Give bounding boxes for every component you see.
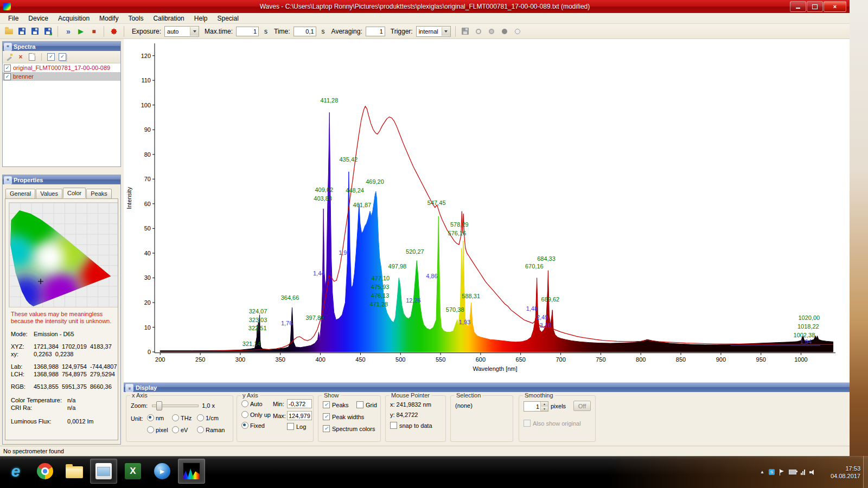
menu-item-special[interactable]: Special [212,14,243,23]
peak-label: 469,20 [366,178,384,185]
export-icon[interactable] [42,26,53,37]
property-row: xy:0,2263 0,2238 [11,350,118,358]
spin-up-icon[interactable]: ▲ [541,402,548,407]
zoom-slider[interactable] [152,401,199,409]
show-checkbox-spectrum-colors[interactable]: ✓Spectrum colors [323,425,377,432]
menu-item-modify[interactable]: Modify [94,14,123,23]
peak-label: 411,28 [320,97,338,104]
spin-down-icon[interactable]: ▼ [541,407,548,412]
title-bar[interactable]: Waves - C:\Users\Laptop Ronny\Pictures\p… [0,0,850,13]
save-as-icon[interactable] [29,26,40,37]
action-center-icon[interactable] [779,469,784,476]
unit-radio-pixel[interactable]: pixel [147,426,172,433]
tray-app-icon[interactable]: S [769,469,775,475]
spectrum-chart[interactable]: 2002503003504004505005506006507007508008… [124,39,850,382]
minimize-button[interactable] [790,1,806,12]
menu-item-tools[interactable]: Tools [123,14,148,23]
show-desktop-button[interactable] [863,456,868,488]
new-spectrum-icon[interactable] [28,53,36,61]
menu-item-file[interactable]: File [3,14,23,23]
show-checkbox-peaks[interactable]: ✓Peaks [323,401,356,408]
peak-label: 520,27 [406,248,424,255]
zoom-slider-thumb[interactable] [156,401,162,410]
spectrum-checkbox[interactable]: ✓ [4,73,11,80]
averaging-input[interactable] [366,27,385,36]
unit-radio-THz[interactable]: THz [172,414,197,421]
also-show-original-checkbox[interactable]: Also show original [524,420,581,427]
mouse-pointer-group-title: Mouse Pointer [390,392,431,399]
collapse-sidebar-icon[interactable]: « [4,43,12,51]
unit-radio-1cm[interactable]: 1/cm [197,414,222,421]
volume-icon[interactable] [809,470,816,475]
peak-label: 547,45 [427,200,446,206]
menu-item-calibration[interactable]: Calibration [148,14,189,23]
show-checkbox-grid[interactable]: Grid [356,401,377,408]
y-max-input[interactable] [287,411,312,420]
menu-item-device[interactable]: Device [23,14,53,23]
trigger-select[interactable]: internal [416,26,451,37]
svg-text:700: 700 [556,356,565,363]
smoothing-off-button[interactable]: Off [573,401,591,411]
save-icon[interactable] [16,26,27,37]
tab-general[interactable]: General [5,189,35,198]
smoothing-stepper[interactable]: ▲▼ [524,401,548,412]
taskbar-internet-explorer[interactable]: e [2,459,29,484]
y-mode-radio-fixed[interactable]: Fixed [241,422,271,429]
snap-to-data-checkbox[interactable]: snap to data [390,422,432,429]
tab-peaks[interactable]: Peaks [86,189,112,198]
check-all-icon[interactable]: ✓ [58,53,67,61]
spectrum-list-item[interactable]: ✓original_FLMT000781_17-00-00-089 [3,63,120,72]
dark-circle-icon[interactable] [499,26,510,37]
y-mode-radio-auto[interactable]: Auto [241,400,271,407]
menu-item-help[interactable]: Help [189,14,213,23]
tab-color[interactable]: Color [63,188,86,198]
taskbar-media-player[interactable]: ▶ [149,459,176,484]
smoothing-input[interactable] [524,402,540,411]
spectrum-checkbox[interactable]: ✓ [4,65,11,72]
unit-radio-Raman[interactable]: Raman [197,426,222,433]
svg-text:120: 120 [141,53,151,59]
taskbar-chrome[interactable] [31,459,59,484]
light-circle-icon[interactable] [512,26,523,37]
peak-label: 689,62 [541,296,560,303]
continuous-acquisition-icon[interactable]: » [62,26,73,37]
unit-radio-eV[interactable]: eV [172,426,197,433]
mouse-pointer-group: Mouse Pointer x: 241,9832 nm y: 84,2722 … [385,395,446,442]
dark-reference-icon[interactable] [473,26,484,37]
taskbar-explorer[interactable] [61,459,88,484]
process-icon[interactable] [5,53,14,61]
maximize-button[interactable] [807,1,823,12]
store-spectrum-icon[interactable] [460,26,471,37]
open-icon[interactable] [3,26,14,37]
show-checkbox-peak-widths[interactable]: ✓Peak widths [323,413,377,420]
y-mode-radio-only-up[interactable]: Only up [241,411,271,418]
taskbar-photo-viewer[interactable] [90,459,117,484]
tab-values[interactable]: Values [36,189,62,198]
selection-group-title: Selection [455,392,482,399]
averaging-label: Averaging: [331,28,362,35]
hidden-icons-icon[interactable]: ▲ [760,470,764,474]
menu-item-acquisition[interactable]: Acquisition [53,14,94,23]
check-visible-icon[interactable]: ✓ [47,53,55,61]
time-input[interactable] [293,27,316,36]
close-button[interactable]: × [824,1,846,12]
window-title: Waves - C:\Users\Laptop Ronny\Pictures\p… [0,3,850,10]
taskbar-clock[interactable]: 17:53 04.08.2017 [831,456,860,488]
y-min-input[interactable] [287,399,312,408]
taskbar-waves-app[interactable] [178,459,205,484]
unit-radio-nm[interactable]: nm [147,414,172,421]
collapse-display-icon[interactable]: » [125,384,133,392]
stop-icon[interactable]: ■ [88,26,99,37]
delete-spectrum-icon[interactable]: × [16,53,25,61]
taskbar-excel[interactable]: X [119,459,146,484]
log-checkbox[interactable]: Log [287,423,306,430]
collapse-properties-icon[interactable]: « [4,176,12,184]
maxtime-input[interactable] [236,27,259,36]
exposure-select[interactable]: auto [164,26,199,37]
play-icon[interactable]: ▶ [75,26,86,37]
spectrum-list-item[interactable]: ✓brenner [3,72,120,81]
network-icon[interactable] [801,470,805,475]
battery-icon[interactable] [789,470,796,474]
record-icon[interactable] [108,26,119,37]
light-reference-icon[interactable] [486,26,497,37]
